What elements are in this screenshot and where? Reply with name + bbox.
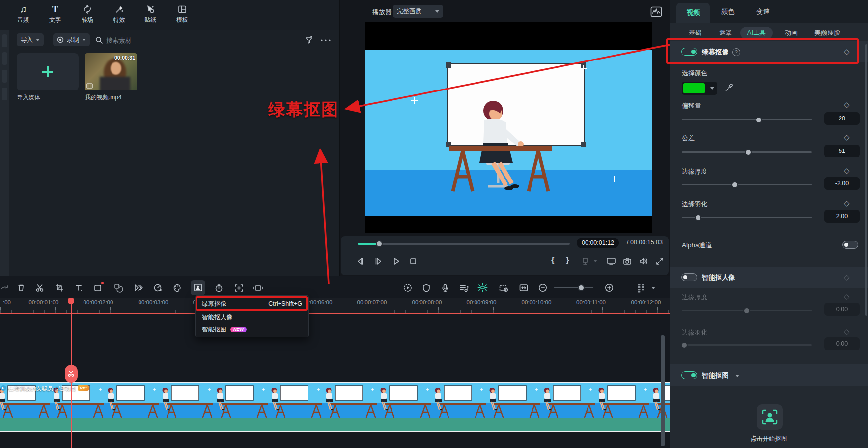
text-edit-button[interactable] bbox=[71, 280, 86, 295]
mark-in-button[interactable]: { bbox=[551, 255, 555, 265]
playhead-split-handle[interactable] bbox=[65, 365, 78, 383]
tab-templates[interactable]: 模板 bbox=[168, 3, 196, 24]
audio-mixer-button[interactable] bbox=[456, 280, 471, 295]
keyframe-diamond-icon[interactable]: ◇ bbox=[844, 199, 850, 208]
tab-effects[interactable]: 特效 bbox=[105, 3, 134, 24]
menu-item-ai-portrait[interactable]: 智能抠人像 bbox=[196, 311, 308, 324]
ai-cutout-toggle[interactable] bbox=[681, 371, 697, 379]
rail-item[interactable] bbox=[2, 70, 7, 83]
seek-bar[interactable] bbox=[358, 243, 570, 245]
media-left-rail[interactable] bbox=[0, 30, 9, 276]
stabilize-button[interactable] bbox=[251, 280, 265, 295]
snapshot-camera-button[interactable] bbox=[623, 257, 632, 266]
speed-button[interactable] bbox=[150, 280, 165, 295]
tolerance-slider[interactable] bbox=[682, 151, 812, 153]
chroma-key-button[interactable] bbox=[191, 280, 205, 295]
chevron-down-icon[interactable] bbox=[735, 375, 739, 377]
slider-handle[interactable] bbox=[695, 214, 701, 221]
mask-button[interactable] bbox=[90, 280, 105, 295]
auto-reframe-button[interactable] bbox=[231, 280, 246, 295]
slider-handle[interactable] bbox=[745, 149, 752, 156]
volume-button[interactable] bbox=[639, 257, 648, 266]
subtab-mask[interactable]: 遮罩 bbox=[715, 27, 736, 39]
tab-speed[interactable]: 变速 bbox=[756, 7, 770, 16]
subtab-animation[interactable]: 动画 bbox=[781, 27, 802, 39]
color-palette-button[interactable] bbox=[170, 280, 185, 295]
chevron-down-icon[interactable] bbox=[651, 287, 655, 289]
render-preview-button[interactable] bbox=[400, 280, 415, 295]
filter-funnel-icon[interactable] bbox=[305, 36, 313, 45]
delete-button[interactable] bbox=[14, 280, 28, 295]
tolerance-value[interactable]: 51 bbox=[824, 145, 860, 157]
slider-handle[interactable] bbox=[731, 181, 738, 188]
voiceover-mic-button[interactable] bbox=[438, 280, 452, 295]
mark-out-button[interactable]: } bbox=[566, 255, 569, 265]
media-clip-thumbnail[interactable]: 00:00:31 bbox=[85, 53, 137, 90]
more-options-icon[interactable] bbox=[320, 38, 331, 42]
track-manager-button[interactable] bbox=[634, 280, 648, 295]
tab-stickers[interactable]: 贴纸 bbox=[136, 3, 165, 24]
slider-handle[interactable] bbox=[756, 117, 762, 123]
timeline-ruler[interactable]: :00 00:00:01:00 00:00:02:00 00:00:03:00 … bbox=[0, 298, 670, 313]
timeline-scrollbar[interactable] bbox=[661, 335, 665, 446]
subtab-basic[interactable]: 基础 bbox=[684, 27, 706, 39]
preview-render-button[interactable] bbox=[496, 280, 511, 295]
import-dropdown[interactable]: 导入 bbox=[17, 33, 44, 46]
record-dropdown[interactable]: 录制 bbox=[53, 33, 90, 46]
marker-button[interactable] bbox=[581, 257, 589, 266]
display-mode-button[interactable] bbox=[606, 257, 616, 266]
subtab-ai-tools[interactable]: AI工具 bbox=[740, 27, 773, 39]
ai-portrait-toggle[interactable] bbox=[681, 273, 697, 281]
green-screen-toggle[interactable] bbox=[681, 48, 697, 56]
shield-button[interactable] bbox=[419, 280, 434, 295]
rail-item[interactable] bbox=[2, 88, 7, 100]
redo-button[interactable] bbox=[0, 280, 12, 295]
color-swatch-dropdown[interactable] bbox=[682, 82, 717, 95]
edge-feather-value[interactable]: 2.00 bbox=[824, 210, 860, 223]
menu-item-ai-cutout[interactable]: 智能抠图 NEW bbox=[196, 323, 308, 336]
beat-detect-button[interactable] bbox=[475, 280, 490, 295]
video-preview[interactable] bbox=[365, 22, 652, 233]
timeline-zoom-slider[interactable] bbox=[554, 287, 593, 288]
ai-edge-thickness-slider[interactable] bbox=[682, 310, 812, 311]
rail-item[interactable] bbox=[2, 34, 7, 47]
seek-handle[interactable] bbox=[376, 240, 383, 247]
zoom-in-button[interactable] bbox=[602, 280, 616, 295]
fullscreen-button[interactable] bbox=[655, 257, 664, 266]
keyframe-diamond-icon[interactable]: ◇ bbox=[844, 100, 850, 109]
play-button[interactable] bbox=[392, 257, 401, 266]
ripple-edit-button[interactable] bbox=[516, 280, 531, 295]
crop-button[interactable] bbox=[52, 280, 67, 295]
ai-edge-feather-slider[interactable] bbox=[682, 344, 812, 346]
zoom-out-button[interactable] bbox=[535, 280, 550, 295]
eyedropper-icon[interactable] bbox=[725, 83, 733, 92]
timer-button[interactable] bbox=[211, 280, 226, 295]
previous-frame-button[interactable] bbox=[356, 257, 364, 266]
timeline-clip[interactable]: ▶ 在培训板的女职员卡通动画 VIP bbox=[0, 382, 670, 432]
speed-ramp-button[interactable] bbox=[111, 280, 126, 295]
edge-thickness-slider[interactable] bbox=[682, 184, 812, 185]
quality-dropdown[interactable]: 完整画质 bbox=[393, 5, 443, 18]
help-icon[interactable]: ? bbox=[732, 48, 740, 56]
panel-scrollbar[interactable] bbox=[865, 44, 867, 316]
alpha-channel-toggle[interactable] bbox=[842, 241, 858, 249]
start-cutout-button[interactable] bbox=[757, 404, 783, 430]
edge-feather-slider[interactable] bbox=[682, 217, 812, 218]
next-frame-button[interactable] bbox=[374, 257, 383, 266]
search-input[interactable]: 搜索素材 bbox=[106, 36, 132, 45]
tab-color[interactable]: 颜色 bbox=[721, 7, 734, 16]
import-media-card[interactable] bbox=[17, 53, 79, 90]
offset-value[interactable]: 20 bbox=[824, 112, 860, 125]
menu-item-green-screen[interactable]: 绿幕抠像 Ctrl+Shift+G bbox=[196, 298, 308, 310]
edge-thickness-value[interactable]: -2.00 bbox=[824, 177, 860, 190]
tab-transition[interactable]: 转场 bbox=[73, 3, 102, 24]
zoom-slider-handle[interactable] bbox=[578, 284, 585, 291]
keyframe-diamond-icon[interactable]: ◇ bbox=[844, 133, 850, 142]
keyframe-button[interactable] bbox=[131, 280, 145, 295]
tab-text[interactable]: T 文字 bbox=[41, 3, 69, 24]
offset-slider[interactable] bbox=[682, 119, 812, 120]
tab-video[interactable]: 视频 bbox=[676, 3, 710, 23]
scopes-icon[interactable] bbox=[650, 6, 662, 17]
keyframe-diamond-icon[interactable]: ◇ bbox=[844, 47, 850, 56]
subtab-beauty[interactable]: 美颜瘦脸 bbox=[810, 27, 844, 39]
